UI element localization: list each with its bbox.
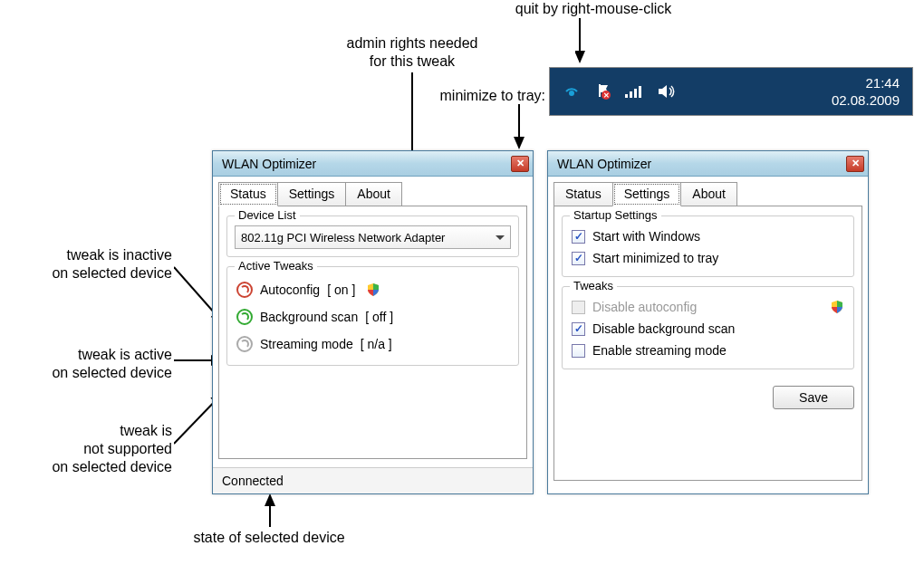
tweak-state: [ on ] bbox=[327, 282, 355, 297]
tweak-state: [ off ] bbox=[365, 310, 393, 324]
checkbox-disable-autoconfig bbox=[572, 301, 585, 314]
device-dropdown[interactable]: 802.11g PCI Wireless Network Adapter bbox=[235, 225, 511, 249]
svg-point-8 bbox=[569, 91, 574, 96]
uac-shield-icon bbox=[366, 282, 380, 297]
status-bar: Connected bbox=[213, 467, 533, 493]
network-signal-icon[interactable] bbox=[624, 82, 644, 101]
startup-settings-group: Startup Settings Start with Windows Star… bbox=[562, 215, 854, 277]
svg-rect-9 bbox=[599, 84, 601, 97]
tweak-bgscan: Background scan [ off ] bbox=[235, 303, 511, 330]
checkbox-start-tray[interactable] bbox=[572, 252, 585, 265]
titlebar[interactable]: WLAN Optimizer ✕ bbox=[548, 151, 868, 177]
window-status: WLAN Optimizer ✕ Status Settings About D… bbox=[212, 150, 534, 494]
tweak-disable-bgscan-row: Disable background scan bbox=[570, 318, 846, 340]
svg-rect-14 bbox=[634, 89, 637, 98]
wlan-tray-icon[interactable] bbox=[563, 82, 581, 101]
tray-clock[interactable]: 21:44 02.08.2009 bbox=[832, 74, 912, 110]
wifi-green-icon bbox=[236, 309, 253, 325]
tab-about[interactable]: About bbox=[345, 182, 402, 206]
wifi-grey-icon bbox=[236, 336, 253, 352]
checkbox-label: Disable autoconfig bbox=[592, 300, 697, 314]
connection-status: Connected bbox=[222, 474, 284, 488]
active-tweaks-legend: Active Tweaks bbox=[235, 259, 317, 273]
window-settings: WLAN Optimizer ✕ Status Settings About S… bbox=[547, 150, 869, 494]
startup-legend: Startup Settings bbox=[570, 208, 661, 222]
window-title: WLAN Optimizer bbox=[557, 157, 651, 171]
save-button[interactable]: Save bbox=[773, 386, 854, 409]
device-selected: 802.11g PCI Wireless Network Adapter bbox=[241, 231, 445, 244]
annotation-minimize: minimize to tray: bbox=[409, 87, 545, 105]
arrow-state bbox=[261, 491, 279, 531]
tab-status[interactable]: Status bbox=[218, 182, 278, 206]
annotation-unsupported: tweak is not supported on selected devic… bbox=[9, 422, 172, 476]
active-tweaks-group: Active Tweaks Autoconfig [ on ] Backgrou… bbox=[226, 266, 519, 366]
chevron-down-icon bbox=[496, 235, 505, 240]
annotation-active: tweak is active on selected device bbox=[9, 346, 172, 382]
svg-rect-13 bbox=[630, 91, 632, 98]
device-list-legend: Device List bbox=[235, 208, 300, 222]
checkbox-start-windows[interactable] bbox=[572, 230, 585, 244]
uac-shield-icon bbox=[830, 300, 844, 314]
wifi-red-icon bbox=[236, 282, 253, 298]
tab-settings[interactable]: Settings bbox=[612, 182, 682, 206]
titlebar[interactable]: WLAN Optimizer ✕ bbox=[213, 151, 533, 177]
arrow-quit bbox=[575, 18, 602, 68]
close-button[interactable]: ✕ bbox=[511, 156, 529, 172]
tweak-name: Streaming mode bbox=[260, 337, 353, 351]
annotation-quit: quit by right-mouse-click bbox=[480, 0, 707, 18]
checkbox-label: Enable streaming mode bbox=[592, 343, 727, 358]
close-button[interactable]: ✕ bbox=[846, 156, 864, 172]
checkbox-enable-streaming[interactable] bbox=[572, 344, 585, 358]
tab-bar: Status Settings About bbox=[218, 182, 527, 206]
tweak-autoconfig: Autoconfig [ on ] bbox=[235, 276, 511, 303]
startup-tray-row: Start minimized to tray bbox=[570, 247, 846, 269]
startup-windows-row: Start with Windows bbox=[570, 225, 846, 247]
checkbox-disable-bgscan[interactable] bbox=[572, 322, 585, 336]
tweak-disable-autoconfig-row: Disable autoconfig bbox=[570, 296, 846, 318]
volume-icon[interactable] bbox=[657, 82, 677, 101]
tweak-name: Background scan bbox=[260, 310, 358, 324]
tray-time: 21:44 bbox=[832, 74, 900, 92]
flag-notification-icon[interactable]: ✕ bbox=[593, 82, 611, 101]
tweak-state: [ n/a ] bbox=[361, 337, 392, 351]
annotation-state: state of selected device bbox=[165, 529, 373, 547]
annotation-inactive: tweak is inactive on selected device bbox=[9, 246, 172, 282]
device-list-group: Device List 802.11g PCI Wireless Network… bbox=[226, 215, 519, 257]
tweaks-legend: Tweaks bbox=[570, 279, 617, 292]
window-title: WLAN Optimizer bbox=[222, 157, 316, 171]
checkbox-label: Start minimized to tray bbox=[592, 251, 718, 265]
svg-marker-16 bbox=[659, 85, 667, 98]
tweak-name: Autoconfig bbox=[260, 282, 320, 297]
svg-rect-12 bbox=[625, 94, 628, 98]
tab-about[interactable]: About bbox=[680, 182, 737, 206]
tweaks-settings-group: Tweaks Disable autoconfig Disable backgr… bbox=[562, 286, 854, 369]
tab-bar: Status Settings About bbox=[553, 182, 862, 206]
checkbox-label: Start with Windows bbox=[592, 229, 700, 244]
svg-text:✕: ✕ bbox=[603, 91, 610, 100]
system-tray: ✕ 21:44 02.08.2009 bbox=[549, 67, 913, 116]
annotation-admin: admin rights needed for this tweak bbox=[322, 34, 503, 71]
checkbox-label: Disable background scan bbox=[592, 321, 735, 336]
tweak-streaming: Streaming mode [ n/a ] bbox=[235, 330, 511, 358]
svg-rect-15 bbox=[639, 86, 641, 98]
tray-date: 02.08.2009 bbox=[832, 91, 900, 110]
tab-status[interactable]: Status bbox=[553, 182, 613, 206]
tab-settings[interactable]: Settings bbox=[277, 182, 347, 206]
arrow-minimize bbox=[510, 104, 528, 154]
tweak-enable-streaming-row: Enable streaming mode bbox=[570, 340, 846, 361]
